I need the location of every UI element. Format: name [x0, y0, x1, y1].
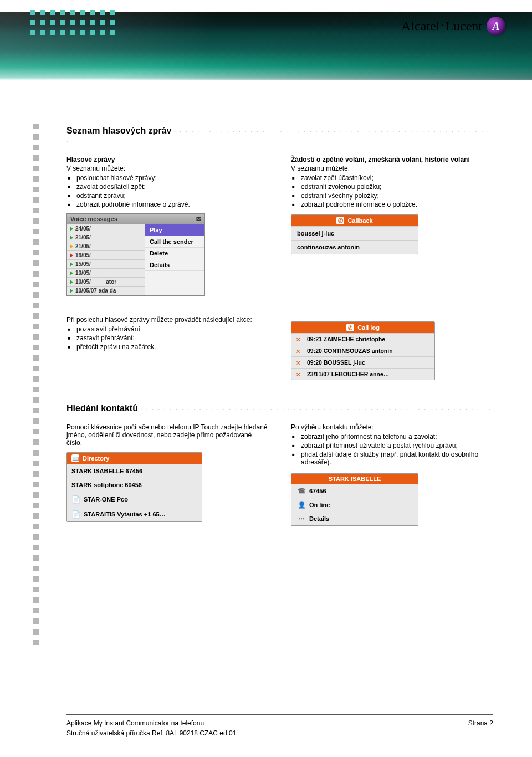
- list-item: pozastavit přehrávání;: [76, 325, 269, 334]
- phone-icon: ✆: [346, 324, 354, 331]
- content: Seznam hlasových zpráv. . . . . . . . . …: [0, 80, 532, 526]
- callback-row[interactable]: boussel j-luc: [291, 226, 418, 240]
- playback-two-col: Při poslechu hlasové zprávy můžete prová…: [66, 316, 493, 380]
- voice-left-lead: V seznamu můžete:: [66, 165, 269, 172]
- playback-list: pozastavit přehrávání; zastavit přehrává…: [66, 325, 269, 351]
- voice-two-col: Hlasové zprávy V seznamu můžete: poslouc…: [66, 156, 493, 296]
- list-item: odstranit zvolenou položku;: [301, 182, 493, 191]
- directory-row[interactable]: 📄STARAITIS Vytautas +1 65…: [67, 507, 202, 521]
- search-right-lead: Po výběru kontaktu můžete:: [291, 423, 493, 431]
- play-icon: [70, 289, 73, 293]
- contact-title-bar: STARK ISABELLE: [291, 474, 418, 484]
- menu-details[interactable]: Details: [145, 259, 204, 271]
- calllog-title-bar: ✆ Call log: [291, 322, 434, 333]
- calllog-row[interactable]: ⤫09:20 CONTINSOUZAS antonin: [291, 345, 434, 356]
- callback-widget: Callback boussel j-luc continsouzas anto…: [291, 214, 418, 254]
- search-left: Pomocí klávesnice počítače nebo telefonu…: [66, 423, 269, 522]
- menu-play[interactable]: Play: [145, 224, 204, 236]
- voice-messages-widget: Voice messages✉ 24/05/ 21/05/ 21/05/ 16/…: [66, 213, 205, 296]
- missed-icon: ⤫: [296, 371, 304, 377]
- list-item: zobrazit podrobné informace o zprávě.: [76, 200, 269, 209]
- playback-lead: Při poslechu hlasové zprávy můžete prová…: [66, 316, 269, 324]
- directory-row[interactable]: 📄STAR-ONE Pco: [67, 492, 202, 507]
- footer-app-title: Aplikace My Instant Communicator na tele…: [66, 719, 204, 727]
- list-item: zobrazit jeho přítomnost na telefonu a z…: [301, 432, 493, 441]
- vm-header: Voice messages✉: [67, 214, 204, 224]
- search-right-list: zobrazit jeho přítomnost na telefonu a z…: [291, 432, 493, 467]
- search-right: Po výběru kontaktu můžete: zobrazit jeho…: [291, 423, 493, 526]
- list-item: zavolat odesílateli zpět;: [76, 182, 269, 191]
- voice-left-list: poslouchat hlasové zprávy; zavolat odesí…: [66, 173, 269, 209]
- list-item: přetočit zprávu na začátek.: [76, 342, 269, 351]
- calllog-widget: ✆ Call log ⤫09:21 ZAIMECHE christophe ⤫0…: [291, 321, 435, 380]
- list-item: zavolat zpět účastníkovi;: [301, 173, 493, 182]
- list-item: poslouchat hlasové zprávy;: [76, 173, 269, 182]
- directory-row[interactable]: STARK ISABELLE 67456: [67, 464, 202, 478]
- section-voice-title: Seznam hlasových zpráv. . . . . . . . . …: [66, 126, 493, 146]
- play-icon: [70, 271, 73, 275]
- decor-dot-grid: [30, 10, 117, 38]
- phone-icon: [336, 217, 344, 224]
- callback-title-bar: Callback: [291, 215, 418, 226]
- contact-row-number[interactable]: ☎67456: [291, 484, 418, 498]
- calllog-row[interactable]: ⤫23/11/07 LEBOUCHER anne…: [291, 368, 434, 380]
- details-icon: ⋯: [297, 515, 306, 523]
- presence-icon: 👤: [297, 501, 306, 509]
- voice-left-col: Hlasové zprávy V seznamu můžete: poslouc…: [66, 156, 269, 296]
- play-icon: [70, 227, 73, 231]
- list-item: zobrazit podrobné informace o položce.: [301, 200, 493, 209]
- play-icon: [70, 253, 73, 258]
- footer: Aplikace My Instant Communicator na tele…: [66, 714, 493, 737]
- brand-name-a: Alcatel: [401, 19, 439, 33]
- book-icon: 📖: [71, 454, 79, 462]
- voice-left-heading: Hlasové zprávy: [66, 156, 269, 163]
- contact-card-widget: STARK ISABELLE ☎67456 👤On line ⋯Details: [291, 473, 418, 526]
- missed-icon: ⤫: [296, 336, 304, 342]
- playback-right: ✆ Call log ⤫09:21 ZAIMECHE christophe ⤫0…: [291, 316, 493, 380]
- play-icon: [70, 244, 73, 249]
- vm-context-menu: Play Call the sender Delete Details: [145, 224, 204, 295]
- callback-row[interactable]: continsouzas antonin: [291, 240, 418, 254]
- list-item: odstranit všechny položky;: [301, 191, 493, 200]
- menu-call-sender[interactable]: Call the sender: [145, 236, 204, 248]
- entry-icon: 📄: [71, 495, 80, 503]
- directory-title-bar: 📖 Directory: [67, 453, 202, 464]
- search-left-para: Pomocí klávesnice počítače nebo telefonu…: [66, 423, 269, 447]
- voice-right-lead: V seznamu můžete:: [291, 165, 493, 172]
- page: Alcatel·Lucent A Seznam hlasových zpráv.…: [0, 0, 532, 757]
- brand-name-b: Lucent: [445, 19, 482, 33]
- play-icon: [70, 236, 73, 240]
- missed-icon: ⤫: [296, 360, 304, 366]
- calllog-row[interactable]: ⤫09:20 BOUSSEL j-luc: [291, 356, 434, 368]
- brand: Alcatel·Lucent A: [401, 17, 505, 35]
- list-item: zastavit přehrávání;: [76, 334, 269, 342]
- entry-icon: 📄: [71, 510, 80, 518]
- list-item: odstranit zprávu;: [76, 191, 269, 200]
- search-two-col: Pomocí klávesnice počítače nebo telefonu…: [66, 423, 493, 526]
- menu-delete[interactable]: Delete: [145, 248, 204, 259]
- footer-ref: Stručná uživatelská příručka Ref: 8AL 90…: [66, 729, 493, 737]
- voice-right-list: zavolat zpět účastníkovi; odstranit zvol…: [291, 173, 493, 209]
- playback-left: Při poslechu hlasové zprávy můžete prová…: [66, 316, 269, 351]
- brand-logo-icon: A: [487, 17, 505, 35]
- missed-icon: ⤫: [296, 348, 304, 354]
- footer-page-number: Strana 2: [468, 719, 493, 727]
- brand-text: Alcatel·Lucent: [401, 19, 482, 34]
- list-item: zobrazit přítomnost uživatele a poslat r…: [301, 441, 493, 450]
- directory-row[interactable]: STARK softphone 60456: [67, 478, 202, 492]
- decor-side-dots: [33, 124, 39, 645]
- calllog-row[interactable]: ⤫09:21 ZAIMECHE christophe: [291, 333, 434, 345]
- footer-rule: [66, 714, 493, 715]
- header-banner: Alcatel·Lucent A: [0, 0, 532, 80]
- list-item: přidat další údaje či služby (např. přid…: [301, 450, 493, 467]
- voice-right-col: Žádosti o zpětné volání, zmeškaná volání…: [291, 156, 493, 254]
- directory-widget: 📖 Directory STARK ISABELLE 67456 STARK s…: [66, 452, 202, 522]
- contact-row-details[interactable]: ⋯Details: [291, 512, 418, 525]
- section-search-title: Hledání kontaktů. . . . . . . . . . . . …: [66, 403, 493, 413]
- vm-list: 24/05/ 21/05/ 21/05/ 16/05/ 15/05/ 10/05…: [67, 224, 145, 295]
- play-icon: [70, 262, 73, 267]
- contact-row-presence[interactable]: 👤On line: [291, 498, 418, 512]
- voice-right-heading: Žádosti o zpětné volání, zmeškaná volání…: [291, 156, 493, 163]
- phone-icon: ☎: [297, 487, 306, 495]
- play-icon: [70, 280, 73, 284]
